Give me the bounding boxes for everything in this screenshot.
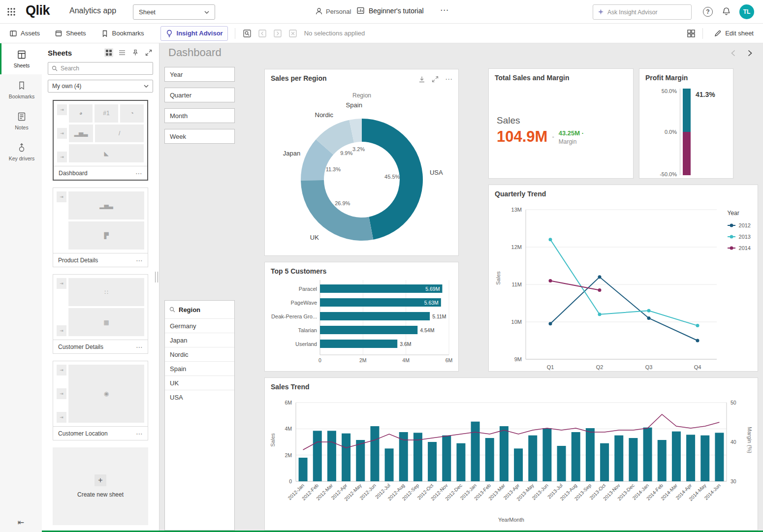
collection-filter-dropdown[interactable]: My own (4) <box>48 80 153 93</box>
insight-advisor-button[interactable]: Insight Advisor <box>160 26 228 41</box>
bar-2013-Feb[interactable] <box>485 438 494 481</box>
total-sales-margin-card[interactable]: Total Sales and Margin Sales 104.9M - 43… <box>488 68 634 179</box>
bar-2013-Mar[interactable] <box>500 426 509 481</box>
app-grid-menu-icon[interactable] <box>7 7 16 16</box>
bar-2013-Dec[interactable] <box>629 438 637 481</box>
bar-2012-Nov[interactable] <box>442 436 451 481</box>
panel-resize-handle[interactable] <box>155 272 158 282</box>
download-icon[interactable] <box>418 76 425 83</box>
selections-back-icon[interactable] <box>257 29 267 38</box>
margin-line-series[interactable] <box>303 414 720 450</box>
region-option-nordic[interactable]: Nordic <box>165 347 234 361</box>
bar-2012-Mar[interactable] <box>327 431 336 481</box>
rail-item-sheets[interactable]: Sheets <box>0 43 42 74</box>
quarterly-trend-plot[interactable]: 9M10M11M12M13MQ1Q2Q3Q4 <box>489 185 759 372</box>
edit-sheet-button[interactable]: Edit sheet <box>710 27 758 40</box>
bar-Deak-Perera Gro...[interactable] <box>320 312 430 320</box>
sheet-card-menu[interactable]: ⋯ <box>135 169 142 177</box>
bookmarks-button[interactable]: Bookmarks <box>96 27 149 40</box>
personal-menu[interactable]: Personal <box>315 7 351 15</box>
region-option-japan[interactable]: Japan <box>165 333 234 347</box>
data-point-2012[interactable] <box>696 339 699 343</box>
bar-2012-Dec[interactable] <box>456 443 465 481</box>
bar-2013-Jul[interactable] <box>557 446 566 481</box>
region-option-uk[interactable]: UK <box>165 376 234 390</box>
sheet-card-menu[interactable]: ⋯ <box>136 430 143 438</box>
rail-item-notes[interactable]: Notes <box>0 105 42 136</box>
sheet-card-product-details[interactable]: ⇥ ▂▅▃ ▛ Product Details ⋯ <box>53 188 148 267</box>
help-button[interactable]: ? <box>703 7 713 17</box>
selections-tool-icon[interactable] <box>242 29 252 38</box>
clear-selections-icon[interactable] <box>288 29 298 38</box>
rail-item-key-drivers[interactable]: Key drivers <box>0 136 42 167</box>
bar-2012-Jun[interactable] <box>370 426 379 481</box>
bar-PageWave[interactable] <box>320 298 441 307</box>
data-point-2013[interactable] <box>549 238 552 241</box>
data-point-2013[interactable] <box>696 324 699 327</box>
bar-2012-Jan[interactable] <box>299 458 308 481</box>
legend-item-2014[interactable]: 2014 <box>728 245 751 251</box>
sheet-layout-icon[interactable] <box>687 29 696 38</box>
filter-quarter[interactable]: Quarter <box>164 88 235 102</box>
rail-item-bookmarks[interactable]: Bookmarks <box>0 74 42 105</box>
legend-item-2012[interactable]: 2012 <box>728 222 751 228</box>
bar-2014-May[interactable] <box>700 436 709 481</box>
data-point-2013[interactable] <box>647 309 651 313</box>
insight-advisor-search[interactable] <box>593 4 692 20</box>
sales-per-region-plot[interactable]: Region45.5%USA26.9%UK11.3%Japan9.9%Nordi… <box>265 69 459 256</box>
profit-margin-card[interactable]: Profit Margin 50.0% 0.0% -50.0% 41.3% <box>639 68 733 179</box>
bar-2014-Jun[interactable] <box>715 433 724 481</box>
bar-2013-Nov[interactable] <box>614 436 623 481</box>
sheet-selector[interactable]: Sheet <box>133 4 215 20</box>
sheets-button[interactable]: Sheets <box>50 27 90 40</box>
filter-month[interactable]: Month <box>164 108 235 123</box>
bar-2013-Aug[interactable] <box>572 432 580 481</box>
bar-2014-Jan[interactable] <box>643 428 652 481</box>
legend-item-2013[interactable]: 2013 <box>728 234 751 240</box>
sheets-search[interactable] <box>48 62 153 75</box>
data-point-2012[interactable] <box>549 322 552 325</box>
collapse-rail-button[interactable]: ⇤ <box>0 518 42 527</box>
sales-trend-plot[interactable]: 02M4M6M3040502012-Jan2012-Feb2012-Mar201… <box>265 378 759 531</box>
insight-advisor-input[interactable] <box>607 9 681 16</box>
grid-view-icon[interactable] <box>104 48 113 57</box>
bar-2012-Jul[interactable] <box>385 448 394 481</box>
data-point-2014[interactable] <box>598 288 602 292</box>
data-point-2012[interactable] <box>598 275 602 279</box>
create-new-sheet-button[interactable]: + Create new sheet <box>53 447 148 525</box>
more-options-button[interactable]: ⋯ <box>440 5 449 15</box>
bar-2014-Feb[interactable] <box>658 440 667 481</box>
data-point-2012[interactable] <box>647 316 651 320</box>
region-option-germany[interactable]: Germany <box>165 318 234 333</box>
bar-2013-Apr[interactable] <box>514 448 523 481</box>
assets-button[interactable]: Assets <box>5 27 44 40</box>
avatar[interactable]: TL <box>739 4 754 19</box>
next-sheet-button[interactable] <box>748 50 752 57</box>
bar-2012-May[interactable] <box>356 440 365 481</box>
bar-2012-Aug[interactable] <box>399 432 408 481</box>
fullscreen-icon[interactable] <box>432 76 439 83</box>
bar-2013-Jan[interactable] <box>471 422 480 481</box>
bar-Paracel[interactable] <box>320 284 442 293</box>
top5-plot[interactable]: 02M4M6MParacel5.69MPageWave5.63MDeak-Per… <box>265 262 459 372</box>
data-point-2014[interactable] <box>549 279 552 282</box>
region-option-spain[interactable]: Spain <box>165 361 234 376</box>
donut-segment-UK[interactable] <box>301 180 373 241</box>
tutorial-breadcrumb[interactable]: Beginner's tutorial <box>356 6 424 15</box>
sheets-search-input[interactable] <box>61 65 144 72</box>
data-point-2013[interactable] <box>598 313 602 316</box>
list-view-icon[interactable] <box>118 48 127 57</box>
bar-2012-Apr[interactable] <box>342 434 350 481</box>
bar-2013-May[interactable] <box>528 436 537 481</box>
notifications-button[interactable] <box>722 7 731 16</box>
region-listbox-header[interactable]: Region <box>165 301 234 318</box>
bar-2013-Jun[interactable] <box>542 428 551 481</box>
bar-Userland[interactable] <box>320 340 397 348</box>
bar-2013-Oct[interactable] <box>600 443 609 481</box>
sheet-card-menu[interactable]: ⋯ <box>136 256 143 264</box>
expand-panel-icon[interactable] <box>144 48 153 57</box>
filter-week[interactable]: Week <box>164 129 235 144</box>
bar-2012-Oct[interactable] <box>428 442 437 481</box>
prev-sheet-button[interactable] <box>731 50 735 57</box>
pin-icon[interactable] <box>131 48 140 57</box>
